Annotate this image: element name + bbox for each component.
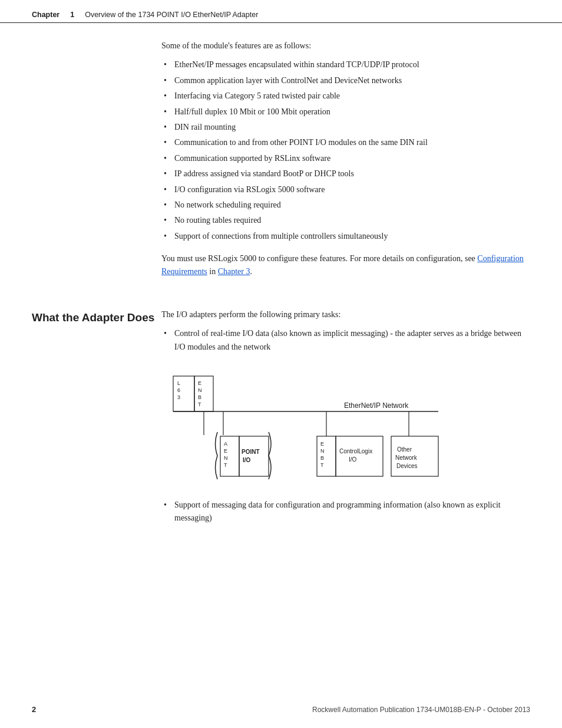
svg-rect-24 [317, 436, 336, 476]
svg-rect-15 [220, 436, 239, 476]
svg-text:POINT: POINT [242, 449, 260, 455]
svg-text:Devices: Devices [396, 463, 418, 469]
svg-text:6: 6 [177, 387, 180, 393]
chapter-title: Overview of the 1734 POINT I/O EtherNet/… [85, 11, 258, 19]
svg-text:B: B [198, 394, 201, 400]
feature-item: Half/full duplex 10 Mbit or 100 Mbit ope… [161, 106, 530, 118]
svg-text:E: E [320, 441, 324, 447]
feature-item: Support of connections from multiple con… [161, 230, 530, 243]
chapter-number: 1 [70, 11, 74, 19]
svg-text:Network: Network [395, 454, 418, 461]
page-footer: 2 Rockwell Automation Publication 1734-U… [0, 705, 562, 714]
feature-item: No routing tables required [161, 214, 530, 227]
intro-block: Some of the module's features are as fol… [161, 39, 530, 285]
svg-text:E: E [224, 448, 227, 454]
config-text-after: . [250, 267, 252, 276]
publication-info: Rockwell Automation Publication 1734-UM0… [312, 706, 530, 714]
feature-list: EtherNet/IP messages encapsulated within… [161, 58, 530, 243]
svg-rect-20 [239, 436, 269, 476]
task-item-2: Support of messaging data for configurat… [161, 499, 530, 525]
feature-item: DIN rail mounting [161, 121, 530, 134]
svg-text:E: E [198, 380, 201, 386]
svg-text:N: N [198, 387, 202, 393]
svg-rect-29 [336, 436, 383, 476]
svg-rect-6 [194, 376, 213, 411]
feature-item: Communication supported by RSLinx softwa… [161, 152, 530, 165]
section-heading-text: What the Adapter Does [32, 309, 161, 325]
page-content: Some of the module's features are as fol… [0, 23, 562, 558]
config-text-mid: in [207, 267, 218, 276]
svg-text:EtherNet/IP Network: EtherNet/IP Network [344, 401, 409, 410]
svg-text:I/O: I/O [349, 456, 357, 463]
page-header: Chapter 1 Overview of the 1734 POINT I/O… [0, 0, 562, 23]
svg-rect-2 [173, 376, 194, 411]
feature-item: I/O configuration via RSLogix 5000 softw… [161, 183, 530, 196]
section-intro: The I/O adapters perform the following p… [161, 308, 530, 321]
svg-text:T: T [224, 462, 227, 468]
svg-text:Other: Other [397, 446, 412, 453]
feature-item: Communication to and from other POINT I/… [161, 136, 530, 149]
task-item-1: Control of real-time I/O data (also know… [161, 327, 530, 354]
network-diagram-container: EtherNet/IP Network L 6 3 E N B T [161, 364, 530, 488]
intro-paragraph: Some of the module's features are as fol… [161, 39, 530, 52]
svg-text:3: 3 [177, 394, 180, 400]
sidebar-section-heading: What the Adapter Does [32, 308, 161, 535]
config-text-before: You must use RSLogix 5000 to configure t… [161, 254, 477, 263]
task-list-2: Support of messaging data for configurat… [161, 499, 530, 525]
feature-item: Common application layer with ControlNet… [161, 74, 530, 87]
svg-text:I/O: I/O [243, 457, 251, 463]
feature-item: Interfacing via Category 5 rated twisted… [161, 90, 530, 103]
config-link-2[interactable]: Chapter 3 [218, 267, 250, 276]
task-list: Control of real-time I/O data (also know… [161, 327, 530, 354]
section-what-adapter-does: What the Adapter Does The I/O adapters p… [32, 308, 530, 535]
svg-text:T: T [320, 462, 324, 468]
section-main-content: The I/O adapters perform the following p… [161, 308, 530, 535]
svg-text:ControlLogix: ControlLogix [339, 448, 372, 454]
network-diagram: EtherNet/IP Network L 6 3 E N B T [161, 364, 450, 488]
page: Chapter 1 Overview of the 1734 POINT I/O… [0, 0, 562, 728]
chapter-label: Chapter [32, 11, 59, 19]
svg-text:B: B [320, 455, 324, 461]
feature-item: No network scheduling required [161, 199, 530, 212]
page-number: 2 [32, 705, 36, 714]
config-note: You must use RSLogix 5000 to configure t… [161, 252, 530, 279]
svg-text:L: L [177, 380, 180, 386]
feature-item: IP address assigned via standard BootP o… [161, 167, 530, 180]
svg-text:N: N [320, 448, 325, 454]
svg-text:T: T [198, 401, 201, 407]
svg-text:A: A [224, 441, 227, 447]
feature-item: EtherNet/IP messages encapsulated within… [161, 58, 530, 71]
svg-text:N: N [224, 455, 228, 461]
